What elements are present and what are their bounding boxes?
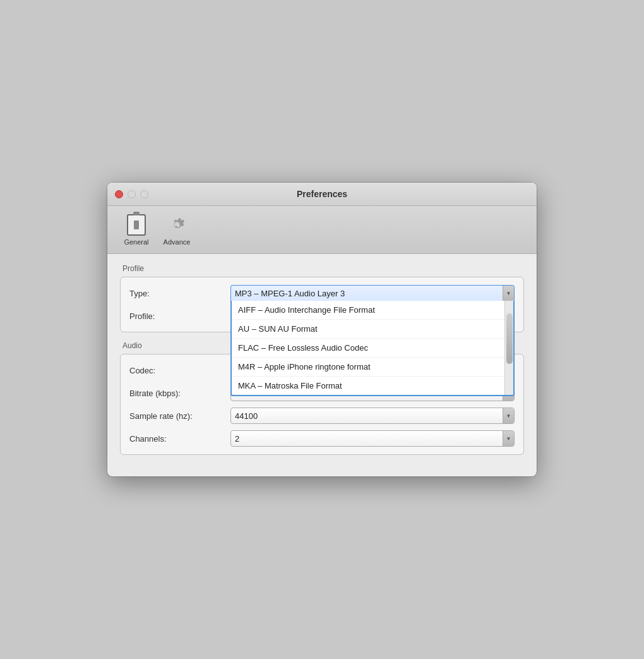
channels-dropdown[interactable]: 2 [230,430,515,447]
type-dropdown-value: MP3 – MPEG-1 Audio Layer 3 [235,289,510,298]
bitrate-label: Bitrate (kbps): [129,389,230,398]
sample-rate-dropdown[interactable]: 44100 [230,408,515,424]
toolbar-advance-button[interactable]: Advance [158,211,196,248]
general-icon [125,214,148,236]
channels-row: Channels: 2 [129,430,515,447]
dropdown-item-mka[interactable]: MKA – Matroska File Format [232,377,504,395]
channels-dropdown-value: 2 [235,434,510,444]
type-row: Type: MP3 – MPEG-1 Audio Layer 3 AIFF – … [129,285,515,301]
sample-rate-dropdown-value: 44100 [235,411,510,421]
close-button[interactable] [115,190,123,198]
profile-section-label: Profile [122,264,524,273]
sample-rate-label: Sample rate (hz): [129,411,230,421]
channels-dropdown-arrow-icon[interactable] [503,431,514,446]
sample-rate-dropdown-arrow-icon[interactable] [503,408,514,423]
profile-label: Profile: [129,311,230,321]
gear-icon [165,214,188,236]
type-dropdown-arrow-icon[interactable] [503,286,514,301]
advance-label: Advance [164,238,191,246]
preferences-window: Preferences General Advance Profile Type… [107,183,537,476]
channels-label: Channels: [129,434,230,444]
dropdown-item-m4r[interactable]: M4R – Apple iPhone ringtone format [232,358,504,377]
dropdown-item-au[interactable]: AU – SUN AU Format [232,320,504,339]
window-title: Preferences [297,189,347,199]
type-dropdown[interactable]: MP3 – MPEG-1 Audio Layer 3 AIFF – Audio … [230,285,515,301]
codec-label: Codec: [129,366,230,375]
type-dropdown-menu: AIFF – Audio Interchange File Format AU … [230,301,515,396]
dropdown-item-aiff[interactable]: AIFF – Audio Interchange File Format [232,301,504,320]
sample-rate-row: Sample rate (hz): 44100 [129,408,515,424]
toolbar-general-button[interactable]: General [117,211,155,248]
minimize-button[interactable] [128,190,136,198]
general-label: General [124,238,148,246]
dropdown-item-flac[interactable]: FLAC – Free Lossless Audio Codec [232,339,504,358]
title-bar: Preferences [107,183,537,206]
dropdown-scrollbar-thumb [506,313,513,364]
content-area: Profile Type: MP3 – MPEG-1 Audio Layer 3… [107,254,537,476]
toolbar: General Advance [107,206,537,254]
dropdown-menu-items: AIFF – Audio Interchange File Format AU … [232,301,504,395]
dropdown-scrollbar[interactable] [504,301,513,395]
traffic-lights [115,190,148,198]
type-label: Type: [129,289,230,298]
maximize-button[interactable] [140,190,148,198]
profile-group-box: Type: MP3 – MPEG-1 Audio Layer 3 AIFF – … [120,277,524,332]
